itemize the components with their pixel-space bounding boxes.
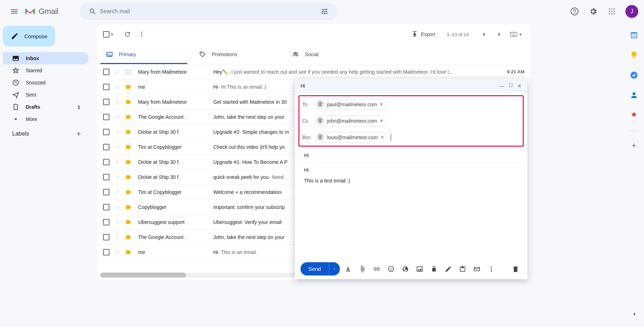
remove-bcc-icon[interactable]: × xyxy=(381,134,384,141)
important-icon[interactable] xyxy=(125,129,132,135)
select-all-checkbox[interactable] xyxy=(103,31,109,38)
gmail-logo[interactable]: Gmail xyxy=(24,7,58,16)
star-icon[interactable]: ☆ xyxy=(114,83,120,91)
export-button[interactable]: Export xyxy=(408,29,439,40)
important-icon[interactable] xyxy=(125,144,132,150)
star-icon[interactable]: ☆ xyxy=(114,203,120,211)
calendar-app-icon[interactable]: 31 xyxy=(629,30,639,40)
send-button[interactable]: Send xyxy=(301,262,329,275)
drive-icon[interactable] xyxy=(399,263,411,275)
row-checkbox[interactable] xyxy=(103,219,109,225)
important-icon[interactable] xyxy=(125,189,132,195)
row-checkbox[interactable] xyxy=(103,129,109,135)
compose-subject-input[interactable]: Hi xyxy=(298,149,524,162)
star-icon[interactable]: ☆ xyxy=(114,158,120,166)
schedule-icon[interactable] xyxy=(471,263,483,275)
search-options-icon[interactable] xyxy=(317,4,332,19)
star-icon[interactable]: ☆ xyxy=(114,113,120,121)
remove-to-icon[interactable]: × xyxy=(380,101,383,108)
sidebar-item-more[interactable]: More xyxy=(3,113,89,125)
search-bar[interactable] xyxy=(80,3,337,20)
important-icon[interactable] xyxy=(125,99,132,105)
apps-icon[interactable] xyxy=(604,4,620,19)
important-icon[interactable] xyxy=(125,114,132,120)
add-addon-button[interactable] xyxy=(629,141,639,151)
important-icon[interactable] xyxy=(125,219,132,225)
star-icon[interactable]: ☆ xyxy=(114,248,120,256)
row-checkbox[interactable] xyxy=(103,234,109,240)
star-icon[interactable]: ☆ xyxy=(114,233,120,241)
support-icon[interactable] xyxy=(567,4,582,19)
star-icon[interactable]: ☆ xyxy=(114,173,120,181)
row-checkbox[interactable] xyxy=(103,159,109,165)
compose-more-icon[interactable] xyxy=(485,263,497,275)
cc-recipient-chip[interactable]: john@mailmeteor.com × xyxy=(314,116,386,126)
star-icon[interactable]: ☆ xyxy=(114,128,120,136)
compose-button[interactable]: Compose xyxy=(3,26,55,47)
collapse-sidepanel-button[interactable] xyxy=(631,311,638,318)
important-icon[interactable] xyxy=(125,249,132,255)
input-tools-button[interactable]: ▼ xyxy=(508,30,525,38)
sidebar-item-drafts[interactable]: Drafts1 xyxy=(3,101,89,113)
row-checkbox[interactable] xyxy=(103,204,109,210)
star-icon[interactable]: ☆ xyxy=(114,143,120,151)
row-checkbox[interactable] xyxy=(103,174,109,180)
tab-social[interactable]: Social xyxy=(283,44,376,64)
fullscreen-icon[interactable] xyxy=(509,83,513,89)
search-icon[interactable] xyxy=(86,4,100,19)
signature-icon[interactable] xyxy=(442,263,454,275)
link-icon[interactable] xyxy=(371,263,383,275)
sidebar-item-sent[interactable]: Sent xyxy=(3,89,89,101)
next-page-button[interactable] xyxy=(492,27,507,42)
star-icon[interactable]: ☆ xyxy=(114,188,120,196)
discard-draft-icon[interactable] xyxy=(509,263,522,275)
to-recipient-chip[interactable]: paul@mailmeteor.com × xyxy=(314,99,386,110)
refresh-button[interactable] xyxy=(120,27,135,42)
keep-app-icon[interactable] xyxy=(629,50,639,60)
row-checkbox[interactable] xyxy=(103,69,109,75)
row-checkbox[interactable] xyxy=(103,189,109,195)
important-icon[interactable] xyxy=(125,159,132,165)
select-dropdown-icon[interactable]: ▼ xyxy=(110,33,114,36)
formatting-icon[interactable] xyxy=(342,263,354,275)
email-row[interactable]: ☆Mary from MailmeteorHey ✏️ - I just wan… xyxy=(97,64,530,79)
search-input[interactable] xyxy=(100,8,317,15)
close-icon[interactable]: ✕ xyxy=(517,83,522,89)
sidebar-item-inbox[interactable]: Inbox xyxy=(3,52,89,64)
more-button[interactable] xyxy=(135,27,149,42)
compose-body[interactable]: Hi This is a test email :) xyxy=(298,162,524,259)
main-menu-button[interactable] xyxy=(6,3,23,20)
image-icon[interactable] xyxy=(414,263,426,275)
row-checkbox[interactable] xyxy=(103,144,109,150)
tab-promotions[interactable]: Promotions xyxy=(190,44,283,64)
sidebar-item-snoozed[interactable]: Snoozed xyxy=(3,77,89,89)
prev-page-button[interactable] xyxy=(477,27,491,42)
star-icon[interactable]: ☆ xyxy=(114,68,120,76)
contacts-app-icon[interactable] xyxy=(629,90,639,100)
attach-icon[interactable] xyxy=(356,263,369,275)
bcc-recipient-chip[interactable]: louis@mailmeteor.com × xyxy=(314,132,387,143)
star-icon[interactable]: ☆ xyxy=(114,98,120,106)
confidential-icon[interactable] xyxy=(428,263,440,275)
important-icon[interactable] xyxy=(125,69,132,75)
important-icon[interactable] xyxy=(125,84,132,90)
important-icon[interactable] xyxy=(125,204,132,210)
add-label-button[interactable] xyxy=(75,130,82,137)
emoji-icon[interactable] xyxy=(385,263,397,275)
account-avatar[interactable]: J xyxy=(625,5,638,18)
minimize-icon[interactable]: — xyxy=(499,83,504,89)
tab-primary[interactable]: Primary xyxy=(97,44,190,64)
star-icon[interactable]: ☆ xyxy=(114,218,120,226)
sidebar-item-starred[interactable]: Starred xyxy=(3,64,89,77)
row-checkbox[interactable] xyxy=(103,114,109,120)
row-checkbox[interactable] xyxy=(103,99,109,105)
send-options-button[interactable] xyxy=(329,262,340,275)
settings-icon[interactable] xyxy=(585,4,601,19)
addon-app-icon[interactable] xyxy=(629,110,639,120)
important-icon[interactable] xyxy=(125,174,132,180)
row-checkbox[interactable] xyxy=(103,249,109,255)
remove-cc-icon[interactable]: × xyxy=(380,118,383,124)
save-draft-icon[interactable] xyxy=(457,263,469,275)
important-icon[interactable] xyxy=(125,234,132,240)
row-checkbox[interactable] xyxy=(103,84,109,90)
